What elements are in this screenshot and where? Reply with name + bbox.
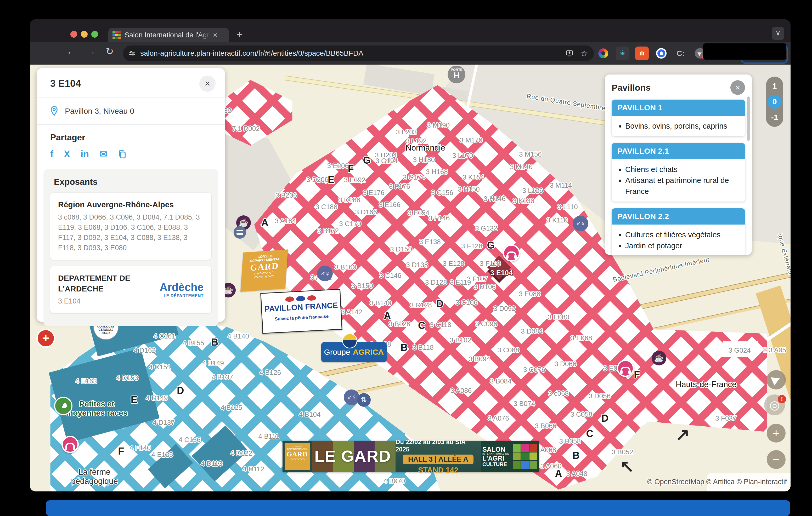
banner-food-photos: LE GARD: [312, 441, 396, 472]
copy-link-icon[interactable]: [118, 149, 126, 159]
window-close-button[interactable]: [70, 31, 77, 38]
exhibitor-name: DEPARTEMENT DE L'ARDECHE: [58, 273, 150, 294]
headphones-icon[interactable]: [617, 360, 634, 377]
c-extension-icon[interactable]: C:: [674, 47, 688, 60]
salon-agriculture-logo: SALON INTERNATIONAL DE L'AGRI CULTURE: [481, 441, 539, 472]
pavilion-item: Chiens et chats: [625, 164, 742, 175]
location-text: Pavillon 3, Niveau 0: [65, 107, 134, 116]
redacted-profile-area: [703, 43, 786, 60]
coffee-icon[interactable]: ☕: [651, 351, 666, 365]
pavilion-name: PAVILLON 2.2: [612, 208, 745, 224]
exhibitor-card[interactable]: DEPARTEMENT DE L'ARDECHE3 E104ArdècheLE …: [50, 266, 211, 313]
panel-scrollbar[interactable]: [747, 96, 750, 141]
share-icons-row: fXin✉: [37, 145, 225, 168]
pavilion-card[interactable]: PAVILLON 1Bovins, ovins, porcins, caprin…: [612, 99, 745, 136]
pavilion-name: PAVILLON 2.1: [612, 143, 745, 159]
share-heading: Partager: [37, 125, 225, 145]
tab-title: Salon International de l'Agric: [124, 31, 211, 39]
exhibitor-stands: 3 E104: [58, 296, 150, 306]
pavilion-card[interactable]: PAVILLON 2.2Cultures et filières végétal…: [612, 208, 745, 255]
background-window-strip: [46, 500, 790, 516]
banner-brand: LE GARD: [314, 447, 391, 465]
level-button--1[interactable]: -1: [767, 110, 782, 124]
tab-favicon-icon: [113, 31, 121, 39]
exhibitor-stands: 3 c068, 3 D066, 3 C096, 3 D084, 7.1 D085…: [58, 212, 204, 253]
banner-dates: Du 22/02 au 2/03 au SIA 2025: [396, 438, 481, 453]
plus-icon[interactable]: +: [36, 329, 55, 348]
bookmark-star-icon[interactable]: ☆: [580, 48, 588, 59]
facebook-icon[interactable]: f: [50, 149, 53, 160]
zoom-in-button[interactable]: +: [767, 424, 786, 443]
pavilion-card[interactable]: PAVILLON 2.1Chiens et chatsArtisanat et …: [612, 143, 745, 202]
new-tab-button[interactable]: +: [236, 29, 242, 40]
exhibitor-card[interactable]: Région Auvergne-Rhône-Alpes3 c068, 3 D06…: [50, 193, 211, 260]
tab-close-icon[interactable]: ×: [213, 31, 218, 39]
location-pin-icon: [50, 106, 58, 116]
cb-icon[interactable]: [234, 226, 246, 239]
pavilion-name: PAVILLON 1: [612, 99, 745, 116]
back-button[interactable]: ←: [66, 46, 76, 57]
wc-icon[interactable]: ♂♀: [317, 266, 333, 281]
map-attribution[interactable]: © OpenStreetMap © Artifica © Plan-intera…: [647, 478, 787, 486]
pavilion-item: Cultures et filières végétales: [625, 229, 742, 240]
close-icon[interactable]: ×: [199, 75, 215, 92]
zoom-out-button[interactable]: −: [767, 450, 786, 469]
x-twitter-icon[interactable]: X: [64, 149, 70, 160]
location-row[interactable]: Pavillon 3, Niveau 0: [37, 98, 225, 125]
react-devtools-extension-icon[interactable]: ⚛: [616, 47, 630, 60]
tune-icon[interactable]: [129, 50, 136, 57]
groupe-agrica-sign: Groupe AGRICA: [321, 342, 387, 362]
alert-badge: !: [778, 395, 786, 403]
wc-icon[interactable]: ♂♀: [573, 216, 588, 231]
stand-info-panel: 3 E104 × Pavillon 3, Niveau 0 Partager f…: [37, 68, 225, 322]
panel-title: 3 E104: [50, 78, 81, 89]
headphones-icon[interactable]: [61, 436, 79, 453]
exhibitor-name: Région Auvergne-Rhône-Alpes: [58, 200, 204, 210]
level-button-0[interactable]: 0: [767, 95, 782, 109]
rooster-icon[interactable]: [54, 397, 72, 415]
arrow-nw-icon[interactable]: ↖: [620, 456, 634, 476]
email-icon[interactable]: ✉: [99, 149, 107, 160]
pavilion-item: Jardin et potager: [625, 240, 742, 251]
pavilion-item: Bovins, ovins, porcins, caprins: [625, 121, 742, 131]
banner-hall: HALL 3 | ALLÉE A: [403, 455, 473, 464]
window-minimize-button[interactable]: [81, 31, 88, 38]
arrow-ne-icon[interactable]: ↗: [675, 425, 690, 445]
le-gard-banner-ad[interactable]: CONSEILDÉPARTEMENTAL GARD ◠◠◠◠◠ LE GARD …: [283, 441, 539, 472]
exposants-heading: Exposants: [54, 177, 211, 187]
screen-background: Salon International de l'Agric × + ∨ ← →…: [0, 0, 812, 516]
browser-tab[interactable]: Salon International de l'Agric ×: [108, 28, 229, 42]
pavilion-item: Artisanat et patrimoine rural de France: [625, 175, 742, 197]
orange-extension-icon[interactable]: ılı: [635, 47, 649, 60]
install-icon[interactable]: [566, 50, 573, 57]
linkedin-icon[interactable]: in: [81, 149, 89, 160]
level-button-1[interactable]: 1: [767, 79, 782, 93]
browser-titlebar: Salon International de l'Agric × + ∨: [30, 19, 790, 42]
gard-logo: CONSEILDÉPARTEMENTAL GARD ◠◠◠◠◠: [285, 443, 310, 470]
banner-stand: STAND 142: [418, 466, 458, 475]
locate-me-button[interactable]: ◎ !: [764, 394, 785, 415]
sia-pictogram-grid: [513, 444, 537, 469]
browser-toolbar: ← → ↻ salon-agriculture.plan-interactif.…: [30, 42, 790, 65]
window-zoom-button[interactable]: [91, 31, 98, 38]
map-canvas[interactable]: 3 M1903 L2033 L1923 M1703 H2043 H1803 L1…: [30, 65, 790, 491]
level-selector: 10-1: [766, 77, 783, 127]
headphones-icon[interactable]: [503, 244, 520, 262]
compass-navigation-button[interactable]: [766, 370, 786, 390]
url-text[interactable]: salon-agriculture.plan-interactif.com/fr…: [140, 49, 559, 58]
password-manager-extension-icon[interactable]: [655, 47, 668, 60]
ardeche-logo: ArdècheLE DÉPARTEMENT: [154, 281, 204, 298]
chevron-down-icon[interactable]: ∨: [772, 27, 784, 40]
url-bar[interactable]: salon-agriculture.plan-interactif.com/fr…: [123, 45, 594, 61]
elevator-icon[interactable]: ⇅: [357, 393, 371, 407]
pavillons-title: Pavillons: [612, 83, 650, 93]
reload-button[interactable]: ↻: [106, 46, 114, 57]
porte-h-marker[interactable]: PORTEH: [447, 66, 465, 83]
close-icon[interactable]: ×: [730, 80, 745, 95]
colorwheel-extension-icon[interactable]: [597, 47, 610, 60]
exposants-section: Exposants Région Auvergne-Rhône-Alpes3 c…: [44, 169, 218, 326]
forward-button[interactable]: →: [86, 46, 96, 57]
pavillon-france-sign: PAVILLON FRANCE Suivez la pêche français…: [260, 289, 342, 334]
pavillons-panel: Pavillons × PAVILLON 1Bovins, ovins, por…: [605, 74, 752, 255]
gard-map-sign: CONSEILDÉPARTEMENTAL GARD ◠◠◠◠◠ ◠◠◠◠◠: [240, 249, 288, 292]
